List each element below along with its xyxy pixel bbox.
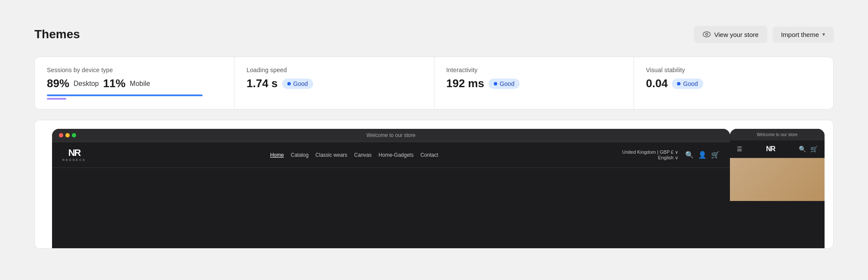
sessions-value-row: 89% Desktop 11% Mobile bbox=[47, 77, 222, 90]
store-nav: NR REDNECK Home Catalog Classic wears Ca… bbox=[52, 142, 730, 168]
page-title: Themes bbox=[34, 27, 80, 41]
dot-green bbox=[72, 133, 76, 137]
mobile-bar bbox=[47, 98, 66, 100]
svg-point-0 bbox=[705, 33, 708, 36]
stat-card-sessions: Sessions by device type 89% Desktop 11% … bbox=[35, 57, 234, 109]
mobile-topbar-text: Welcome to our store bbox=[757, 132, 798, 137]
view-store-button[interactable]: View your store bbox=[694, 26, 767, 43]
loading-speed-value: 1.74 s bbox=[246, 77, 277, 90]
visual-stability-badge: Good bbox=[672, 79, 703, 89]
visual-stability-label: Visual stability bbox=[646, 67, 821, 73]
store-action-icons: 🔍 👤 🛒 bbox=[685, 151, 720, 159]
mobile-cart-icon: 🛒 bbox=[810, 146, 818, 152]
page-header: Themes View your store Import theme ▾ bbox=[34, 26, 834, 43]
mobile-logo: NR bbox=[766, 146, 775, 152]
interactivity-value: 192 ms bbox=[446, 77, 484, 90]
chevron-down-icon: ▾ bbox=[822, 31, 825, 37]
visual-stability-badge-label: Good bbox=[683, 80, 698, 87]
view-store-label: View your store bbox=[714, 31, 759, 38]
visual-stability-value: 0.04 bbox=[646, 77, 668, 90]
cart-icon: 🛒 bbox=[711, 151, 720, 159]
desktop-bar bbox=[47, 94, 203, 96]
loading-speed-badge: Good bbox=[282, 79, 313, 89]
sessions-desktop-pct: 89% bbox=[47, 77, 69, 90]
interactivity-value-row: 192 ms Good bbox=[446, 77, 622, 90]
nav-link-homegadgets: Home-Gadgets bbox=[379, 152, 413, 158]
eye-icon bbox=[702, 30, 711, 39]
import-theme-button[interactable]: Import theme ▾ bbox=[773, 27, 834, 43]
sessions-desktop-label: Desktop bbox=[74, 80, 99, 88]
user-icon: 👤 bbox=[698, 151, 707, 159]
desktop-topbar: Welcome to our store bbox=[52, 129, 730, 142]
desktop-preview: Welcome to our store NR REDNECK Home Cat… bbox=[52, 129, 730, 248]
nav-link-home: Home bbox=[270, 152, 284, 158]
store-right: United Kingdom | GBP £ ∨ English ∨ 🔍 👤 🛒 bbox=[622, 149, 720, 161]
interactivity-label: Interactivity bbox=[446, 67, 622, 73]
dot-yellow bbox=[65, 133, 70, 137]
desktop-topbar-text: Welcome to our store bbox=[366, 132, 416, 138]
mobile-action-icons: 🔍 🛒 bbox=[799, 146, 818, 152]
mobile-topbar: Welcome to our store bbox=[730, 129, 825, 140]
store-nav-links: Home Catalog Classic wears Canvas Home-G… bbox=[270, 152, 438, 158]
preview-panel: Welcome to our store NR REDNECK Home Cat… bbox=[34, 120, 834, 249]
loading-speed-value-row: 1.74 s Good bbox=[246, 77, 422, 90]
nav-link-catalog: Catalog bbox=[291, 152, 308, 158]
sessions-mobile-label: Mobile bbox=[130, 80, 150, 88]
nav-link-contact: Contact bbox=[420, 152, 438, 158]
badge-dot-visual bbox=[677, 82, 680, 85]
store-region: United Kingdom | GBP £ ∨ English ∨ bbox=[622, 149, 679, 161]
stat-card-loading-speed: Loading speed 1.74 s Good bbox=[234, 57, 434, 109]
stat-card-visual-stability: Visual stability 0.04 Good bbox=[634, 57, 833, 109]
badge-dot-interactivity bbox=[494, 82, 497, 85]
badge-dot-loading bbox=[287, 82, 291, 85]
mobile-nav: ☰ NR 🔍 🛒 bbox=[730, 140, 825, 158]
sessions-bar bbox=[47, 94, 222, 100]
sessions-label: Sessions by device type bbox=[47, 67, 222, 73]
hamburger-icon: ☰ bbox=[737, 146, 742, 152]
stats-row: Sessions by device type 89% Desktop 11% … bbox=[34, 57, 834, 110]
nav-link-classic: Classic wears bbox=[315, 152, 347, 158]
nav-link-canvas: Canvas bbox=[354, 152, 372, 158]
window-dots bbox=[59, 133, 76, 137]
loading-speed-label: Loading speed bbox=[246, 67, 422, 73]
import-theme-label: Import theme bbox=[781, 31, 819, 38]
mobile-preview: Welcome to our store ☰ NR 🔍 🛒 bbox=[730, 129, 825, 248]
search-icon: 🔍 bbox=[685, 151, 694, 159]
stat-card-interactivity: Interactivity 192 ms Good bbox=[434, 57, 634, 109]
desktop-content-area bbox=[52, 168, 730, 245]
store-logo: NR REDNECK bbox=[62, 148, 86, 161]
interactivity-badge: Good bbox=[489, 79, 520, 89]
sessions-mobile-pct: 11% bbox=[103, 77, 126, 90]
mobile-search-icon: 🔍 bbox=[799, 146, 806, 152]
interactivity-badge-label: Good bbox=[500, 80, 514, 87]
visual-stability-value-row: 0.04 Good bbox=[646, 77, 821, 90]
mobile-product-image bbox=[730, 158, 825, 201]
dot-red bbox=[59, 133, 63, 137]
loading-speed-badge-label: Good bbox=[293, 80, 308, 87]
header-actions: View your store Import theme ▾ bbox=[694, 26, 834, 43]
